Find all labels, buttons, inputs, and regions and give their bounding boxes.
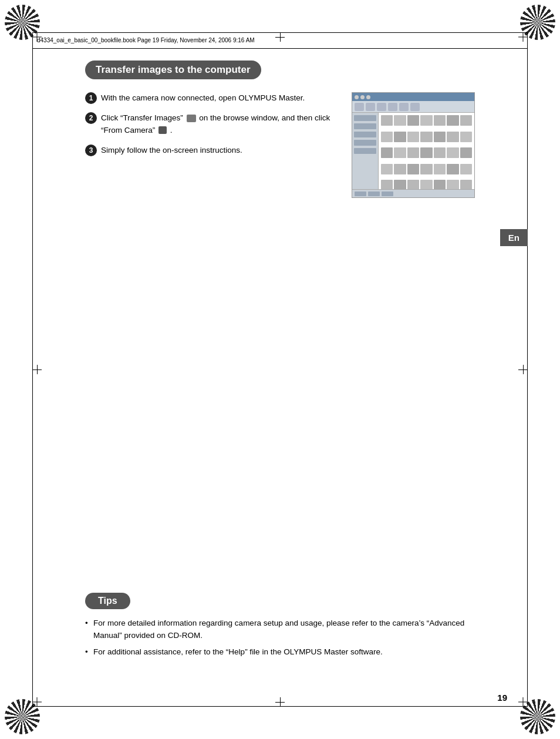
ss-thumb-24 bbox=[407, 164, 419, 174]
ss-thumb-17 bbox=[407, 147, 419, 158]
ss-tool-1 bbox=[355, 103, 364, 111]
ss-thumb-6 bbox=[447, 115, 458, 126]
ss-thumb-8 bbox=[381, 132, 393, 142]
ss-sidebar-item-4 bbox=[354, 140, 376, 146]
ss-thumb-26 bbox=[434, 164, 446, 174]
ss-sidebar-item-2 bbox=[354, 123, 376, 129]
ss-sidebar-item-5 bbox=[354, 148, 376, 154]
tip-item-1: For more detailed information regarding … bbox=[85, 617, 475, 641]
ss-thumb-2 bbox=[394, 115, 406, 126]
ss-thumb-9 bbox=[394, 132, 406, 142]
ss-tool-5 bbox=[399, 103, 409, 111]
ss-thumb-3 bbox=[407, 115, 419, 126]
ss-thumb-21 bbox=[460, 147, 472, 158]
ss-footer bbox=[352, 189, 474, 197]
ss-thumb-12 bbox=[434, 132, 446, 142]
software-screenshot bbox=[352, 92, 475, 198]
ss-sidebar-item-3 bbox=[354, 132, 376, 137]
ss-thumb-14 bbox=[460, 132, 472, 142]
ss-sidebar bbox=[352, 113, 379, 197]
ss-thumb-11 bbox=[420, 132, 432, 142]
ss-thumb-25 bbox=[420, 164, 432, 174]
ss-sidebar-item-1 bbox=[354, 115, 376, 121]
ss-tool-4 bbox=[388, 103, 397, 111]
ss-footer-item-1 bbox=[355, 192, 366, 196]
ss-footer-item-2 bbox=[368, 192, 380, 196]
ss-titlebar bbox=[352, 93, 474, 101]
ss-thumb-4 bbox=[420, 115, 432, 126]
from-camera-icon bbox=[158, 126, 167, 134]
ss-dot bbox=[355, 95, 359, 99]
ss-toolbar bbox=[352, 101, 474, 113]
tip-item-2: For additional assistance, refer to the … bbox=[85, 646, 475, 658]
section-heading: Transfer images to the computer bbox=[85, 61, 261, 79]
ss-tool-3 bbox=[377, 103, 386, 111]
header-text: d4334_oai_e_basic_00_bookfile.book Page … bbox=[37, 37, 255, 43]
step-1: 1 With the camera now connected, open OL… bbox=[85, 92, 340, 104]
page-number: 19 bbox=[497, 693, 507, 703]
ss-thumb-16 bbox=[394, 147, 406, 158]
ss-tool-6 bbox=[410, 103, 420, 111]
ss-thumb-20 bbox=[447, 147, 458, 158]
ss-main bbox=[379, 113, 474, 197]
ss-tool-2 bbox=[366, 103, 375, 111]
ss-thumb-7 bbox=[460, 115, 472, 126]
step-1-number: 1 bbox=[85, 92, 97, 104]
step-3-text: Simply follow the on-screen instructions… bbox=[101, 145, 340, 156]
ss-thumb-27 bbox=[447, 164, 458, 174]
step-1-text: With the camera now connected, open OLYM… bbox=[101, 92, 340, 104]
tips-heading: Tips bbox=[85, 593, 130, 609]
ss-thumb-10 bbox=[407, 132, 419, 142]
ss-thumb-15 bbox=[381, 147, 393, 158]
en-badge: En bbox=[500, 229, 528, 246]
step-2: 2 Click “Transfer Images” on the browse … bbox=[85, 112, 340, 136]
step-2-text: Click “Transfer Images” on the browse wi… bbox=[101, 112, 340, 136]
header-bar: d4334_oai_e_basic_00_bookfile.book Page … bbox=[32, 32, 528, 49]
tips-list: For more detailed information regarding … bbox=[85, 617, 475, 658]
ss-thumb-13 bbox=[447, 132, 458, 142]
ss-dot2 bbox=[360, 95, 365, 99]
ss-dot3 bbox=[366, 95, 370, 99]
steps-column: 1 With the camera now connected, open OL… bbox=[85, 92, 340, 164]
ss-body bbox=[352, 113, 474, 197]
ss-footer-item-3 bbox=[382, 192, 393, 196]
transfer-images-icon bbox=[187, 115, 196, 122]
tips-section: Tips For more detailed information regar… bbox=[32, 593, 528, 663]
ss-thumb-19 bbox=[434, 147, 446, 158]
step-2-number: 2 bbox=[85, 112, 97, 124]
ss-thumb-22 bbox=[381, 164, 393, 174]
steps-area: 1 With the camera now connected, open OL… bbox=[85, 92, 475, 198]
ss-thumb-28 bbox=[460, 164, 472, 174]
ss-thumb-1 bbox=[381, 115, 393, 126]
step-3-number: 3 bbox=[85, 145, 97, 156]
ss-thumb-23 bbox=[394, 164, 406, 174]
step-3: 3 Simply follow the on-screen instructio… bbox=[85, 145, 340, 156]
ss-thumb-5 bbox=[434, 115, 446, 126]
ss-thumb-18 bbox=[420, 147, 432, 158]
